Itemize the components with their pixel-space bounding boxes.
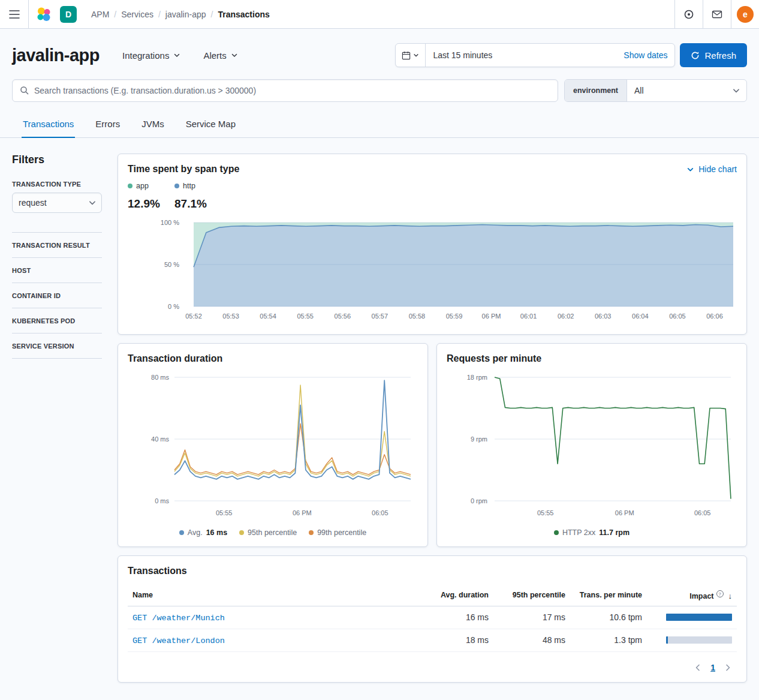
search-input[interactable] xyxy=(34,86,550,95)
svg-text:06 PM: 06 PM xyxy=(482,313,501,320)
breadcrumb-apm[interactable]: APM xyxy=(91,10,109,19)
user-avatar-button[interactable]: e xyxy=(731,0,759,28)
transaction-duration-chart[interactable]: 0 ms40 ms80 ms05:5506 PM06:05 xyxy=(128,370,417,521)
quick-select-button[interactable] xyxy=(396,44,426,67)
user-avatar: e xyxy=(737,6,754,23)
setup-guide-button[interactable] xyxy=(674,0,703,28)
hamburger-menu-button[interactable] xyxy=(0,0,29,28)
breadcrumb: APM/Services/javalin-app/Transactions xyxy=(91,10,270,19)
hide-chart-button[interactable]: Hide chart xyxy=(686,164,737,174)
svg-text:05:53: 05:53 xyxy=(222,313,239,320)
filters-title: Filters xyxy=(12,154,102,166)
svg-text:0 %: 0 % xyxy=(168,303,179,310)
topbar-right: e xyxy=(674,0,759,28)
tab-transactions[interactable]: Transactions xyxy=(22,112,75,138)
table-row: GET /weather/London 18 ms 48 ms 1.3 tpm xyxy=(128,629,737,651)
tab-service-map[interactable]: Service Map xyxy=(185,112,237,138)
tab-errors[interactable]: Errors xyxy=(94,112,121,138)
column-header-avg-duration[interactable]: Avg. duration xyxy=(417,585,493,606)
chevron-down-icon xyxy=(413,52,419,58)
legend-item-app[interactable]: app 12.9% xyxy=(128,182,165,211)
rpm-legend: HTTP 2xx 11.7 rpm xyxy=(447,528,737,537)
svg-text:05:57: 05:57 xyxy=(372,313,388,320)
page-number[interactable]: 1 xyxy=(710,663,715,672)
span-type-legend: app 12.9% http 87.1% xyxy=(128,182,737,211)
breadcrumb-separator: / xyxy=(158,10,161,19)
duration-legend: Avg. 16 ms 95th percentile 99th percenti… xyxy=(128,528,418,537)
previous-page-button[interactable] xyxy=(694,663,702,672)
environment-label: environment xyxy=(565,80,627,101)
svg-text:80 ms: 80 ms xyxy=(151,374,169,381)
chevron-down-icon xyxy=(231,52,238,59)
refresh-button[interactable]: Refresh xyxy=(680,43,747,67)
svg-text:06:03: 06:03 xyxy=(595,313,612,320)
breadcrumb-javalin-app[interactable]: javalin-app xyxy=(165,10,206,19)
legend-dot-icon xyxy=(239,530,244,535)
column-header-95th-percentile[interactable]: 95th percentile xyxy=(493,585,570,606)
filter-section-container-id[interactable]: CONTAINER ID xyxy=(12,283,102,308)
filter-section-host[interactable]: HOST xyxy=(12,257,102,283)
svg-text:05:56: 05:56 xyxy=(335,313,351,320)
legend-item-http-2xx[interactable]: HTTP 2xx 11.7 rpm xyxy=(554,528,630,537)
chevron-down-icon xyxy=(88,199,97,207)
svg-text:05:59: 05:59 xyxy=(446,313,463,320)
legend-dot-icon xyxy=(179,530,184,535)
show-dates-button[interactable]: Show dates xyxy=(616,50,674,60)
filter-section-transaction-result[interactable]: TRANSACTION RESULT xyxy=(12,232,102,257)
breadcrumb-services[interactable]: Services xyxy=(121,10,153,19)
column-header-trans-per-minute[interactable]: Trans. per minute xyxy=(570,585,647,606)
impact-bar xyxy=(666,636,732,644)
legend-item-99th-percentile[interactable]: 99th percentile xyxy=(309,528,366,537)
breadcrumb-transactions: Transactions xyxy=(218,10,269,19)
page-title: javalin-app xyxy=(12,46,100,65)
svg-text:100 %: 100 % xyxy=(161,219,179,226)
legend-label: http xyxy=(183,182,195,190)
impact-info-icon[interactable]: ? xyxy=(716,590,724,597)
metric-charts-row: Transaction duration 0 ms40 ms80 ms05:55… xyxy=(118,343,747,547)
column-header-impact[interactable]: Impact?↓ xyxy=(647,585,737,606)
legend-label: Avg. xyxy=(188,528,203,537)
search-box xyxy=(12,79,558,102)
svg-text:05:55: 05:55 xyxy=(537,509,554,516)
pagination: 1 xyxy=(128,663,737,672)
tpm-cell: 10.6 tpm xyxy=(570,606,647,629)
sort-desc-icon[interactable]: ↓ xyxy=(728,591,733,600)
chevron-left-icon xyxy=(694,663,702,672)
filter-section-service-version[interactable]: SERVICE VERSION xyxy=(12,333,102,358)
svg-text:05:55: 05:55 xyxy=(216,509,233,516)
legend-label: 95th percentile xyxy=(248,528,297,537)
legend-item-http[interactable]: http 87.1% xyxy=(174,182,212,211)
legend-item-95th-percentile[interactable]: 95th percentile xyxy=(239,528,297,537)
transaction-duration-title: Transaction duration xyxy=(128,353,418,364)
transactions-table-title: Transactions xyxy=(128,566,737,576)
filters-sidebar: Filters TRANSACTION TYPE request TRANSAC… xyxy=(12,154,102,683)
elastic-logo-icon[interactable] xyxy=(36,7,52,22)
environment-filter: environment All xyxy=(564,79,747,102)
p95-cell: 48 ms xyxy=(493,629,570,651)
avg-duration-cell: 18 ms xyxy=(417,629,493,651)
svg-text:05:55: 05:55 xyxy=(297,313,314,320)
alerts-menu-button[interactable]: Alerts xyxy=(203,50,237,61)
filter-sections: TRANSACTION RESULTHOSTCONTAINER IDKUBERN… xyxy=(12,232,102,359)
span-percentage: 12.9% xyxy=(128,197,165,211)
top-navigation-bar: D APM/Services/javalin-app/Transactions … xyxy=(0,0,759,29)
requests-per-minute-chart[interactable]: 0 rpm9 rpm18 rpm05:5506 PM06:05 xyxy=(447,370,736,521)
time-range-button[interactable]: Last 15 minutes xyxy=(426,50,616,60)
next-page-button[interactable] xyxy=(724,663,732,672)
tpm-cell: 1.3 tpm xyxy=(570,629,647,651)
tab-jvms[interactable]: JVMs xyxy=(140,112,165,138)
integrations-menu-button[interactable]: Integrations xyxy=(122,50,180,61)
span-type-chart[interactable]: 0 %50 %100 %05:5205:5305:5405:5505:5605:… xyxy=(128,217,736,325)
topbar-left: D APM/Services/javalin-app/Transactions xyxy=(29,0,275,28)
environment-select[interactable]: All xyxy=(627,80,746,101)
transaction-link[interactable]: GET /weather/Munich xyxy=(132,614,225,623)
legend-item-avg[interactable]: Avg. 16 ms xyxy=(179,528,227,537)
filter-section-kubernetes-pod[interactable]: KUBERNETES POD xyxy=(12,308,102,333)
space-avatar[interactable]: D xyxy=(60,6,77,23)
transaction-type-select[interactable]: request xyxy=(12,193,102,213)
transactions-table: Name Avg. duration 95th percentile Trans… xyxy=(128,585,737,652)
p95-cell: 17 ms xyxy=(493,606,570,629)
legend-value: 11.7 rpm xyxy=(599,528,630,537)
transaction-link[interactable]: GET /weather/London xyxy=(132,636,225,645)
newsfeed-button[interactable] xyxy=(703,0,731,28)
